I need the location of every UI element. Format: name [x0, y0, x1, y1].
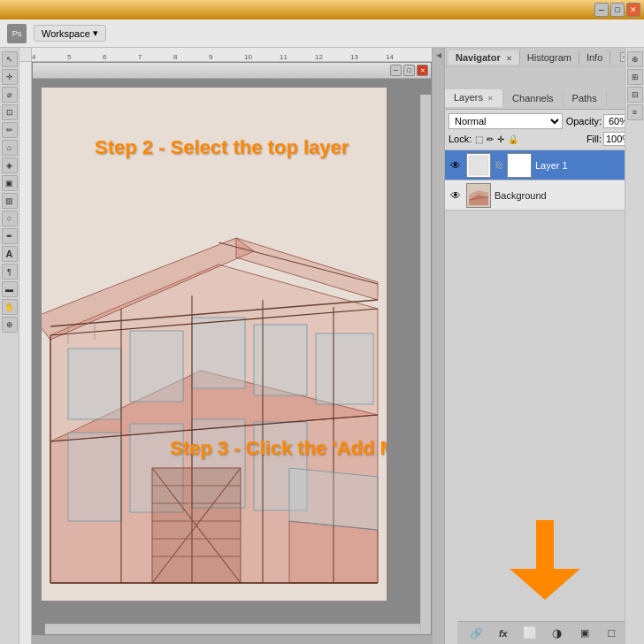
svg-rect-43 [469, 156, 488, 175]
ruler-mark: 9 [209, 53, 212, 61]
close-layers-tab[interactable]: ✕ [487, 95, 494, 103]
tab-paths[interactable]: Paths [564, 90, 607, 106]
tab-histogram[interactable]: Histogram [520, 50, 579, 65]
vertical-scrollbar[interactable] [420, 95, 431, 634]
doc-minimize-btn[interactable]: ─ [390, 65, 402, 76]
zoom-tool[interactable]: ⊕ [2, 317, 18, 333]
shape-tool[interactable]: ▬ [2, 281, 18, 297]
title-bar: ─ □ ✕ [0, 0, 644, 19]
gradient-tool[interactable]: ▨ [2, 193, 18, 209]
workspace-label: Workspace [42, 28, 90, 39]
eraser-tool[interactable]: ▣ [2, 175, 18, 191]
minimize-button[interactable]: ─ [594, 3, 609, 17]
right-tool-4[interactable]: ≡ [627, 104, 643, 120]
panel-collapse-strip[interactable]: ◀ [433, 48, 445, 644]
menu-bar: Ps Workspace ▾ [0, 19, 644, 48]
svg-rect-8 [254, 325, 307, 395]
new-fill-adjustment-btn[interactable]: ◑ [549, 625, 565, 641]
down-arrow-svg [510, 520, 580, 600]
fill-label: Fill: [586, 134, 602, 144]
maximize-button[interactable]: □ [610, 3, 625, 17]
svg-rect-6 [130, 331, 183, 402]
layers-tabs: Layers ✕ Channels Paths ≡ [445, 87, 644, 110]
layer-item-background[interactable]: 👁 Background 🔒 [445, 180, 644, 211]
ruler-corner [19, 48, 32, 62]
canvas-area: 4 5 6 7 8 9 10 11 12 13 14 ─ □ ✕ [19, 48, 432, 644]
layer1-thumb-preview [467, 154, 490, 177]
new-group-btn[interactable]: ▣ [577, 625, 593, 641]
blend-row: Normal Opacity: 60% ▶ [448, 113, 641, 129]
doc-maximize-btn[interactable]: □ [403, 65, 415, 76]
ruler-top: 4 5 6 7 8 9 10 11 12 13 14 [32, 48, 432, 62]
document-window: ─ □ ✕ [32, 62, 432, 635]
ruler-left [19, 62, 32, 644]
layer-controls: Normal Opacity: 60% ▶ Lock: ⬚ ✏ ✛ 🔒 Fill… [445, 110, 644, 150]
crop-tool[interactable]: ⊡ [2, 104, 18, 120]
ruler-mark: 5 [67, 53, 71, 61]
arrow-annotation-area [445, 520, 644, 600]
background-thumb-preview [467, 184, 490, 207]
lasso-tool[interactable]: ⌀ [2, 87, 18, 103]
step2-annotation: Step 2 - Select the top layer [95, 136, 349, 159]
channels-tab-label: Channels [512, 93, 553, 104]
ruler-mark: 6 [103, 53, 106, 61]
ruler-mark: 13 [350, 53, 358, 61]
add-mask-btn[interactable]: ⬜ [522, 625, 538, 641]
layer-item-layer1[interactable]: 👁 ⛓ Layer 1 [445, 150, 644, 180]
layer1-mask-thumbnail [507, 153, 532, 178]
svg-marker-49 [510, 569, 580, 600]
paragraph-tool[interactable]: ¶ [2, 264, 18, 280]
blend-mode-select[interactable]: Normal [448, 113, 563, 129]
right-panel: ◀ Navigator ✕ Histogram Info ─ ≡ Layers … [432, 48, 644, 644]
svg-rect-48 [536, 520, 554, 569]
ruler-top-inner: 4 5 6 7 8 9 10 11 12 13 14 [32, 48, 432, 61]
ruler-mark: 14 [386, 53, 394, 61]
layers-bottom-toolbar: 🔗 fx ⬜ ◑ ▣ □ 🗑 [457, 621, 644, 644]
add-layer-style-btn[interactable]: fx [495, 625, 511, 641]
left-toolbar: ↖ ✛ ⌀ ⊡ ✏ ⌂ ◈ ▣ ▨ ○ ✒ A ¶ ▬ ✋ ⊕ [0, 48, 19, 644]
right-tool-2[interactable]: ⊞ [627, 69, 643, 85]
background-visibility-btn[interactable]: 👁 [448, 188, 463, 203]
workspace-button[interactable]: Workspace ▾ [34, 25, 106, 42]
right-tool-1[interactable]: ⊕ [627, 51, 643, 67]
eyedropper-tool[interactable]: ✏ [2, 122, 18, 138]
lock-row: Lock: ⬚ ✏ ✛ 🔒 Fill: 100% ▶ [448, 132, 641, 146]
layers-panel: Layers ✕ Channels Paths ≡ Normal Opacity… [445, 87, 644, 644]
new-layer-btn[interactable]: □ [603, 625, 619, 641]
close-navigator-tab[interactable]: ✕ [506, 55, 512, 63]
svg-marker-33 [289, 468, 378, 530]
layer1-thumbnail [466, 153, 491, 178]
nav-tabs: Navigator ✕ Histogram Info [448, 50, 610, 65]
text-tool[interactable]: A [2, 246, 18, 262]
hand-tool[interactable]: ✋ [2, 299, 18, 315]
lock-transparent-icon[interactable]: ⬚ [475, 134, 483, 144]
clone-tool[interactable]: ◈ [2, 157, 18, 173]
svg-rect-7 [192, 318, 245, 388]
pen-tool[interactable]: ✒ [2, 228, 18, 244]
tab-layers[interactable]: Layers ✕ [445, 89, 503, 107]
layers-tab-label: Layers [454, 92, 483, 103]
right-tool-3[interactable]: ⊟ [627, 87, 643, 103]
lock-image-icon[interactable]: ✏ [487, 134, 494, 144]
ruler-mark: 4 [32, 53, 35, 61]
horizontal-scrollbar[interactable] [45, 624, 431, 634]
dodge-tool[interactable]: ○ [2, 211, 18, 226]
tab-navigator[interactable]: Navigator ✕ [448, 50, 520, 65]
ruler-mark: 11 [280, 53, 288, 61]
app-logo: Ps [7, 24, 27, 43]
workspace-dropdown-icon: ▾ [93, 27, 98, 39]
tab-channels[interactable]: Channels [503, 90, 563, 106]
selection-tool[interactable]: ↖ [2, 51, 18, 67]
move-tool[interactable]: ✛ [2, 69, 18, 85]
building-svg [42, 88, 387, 601]
layer1-visibility-btn[interactable]: 👁 [448, 158, 463, 172]
brush-tool[interactable]: ⌂ [2, 140, 18, 156]
close-button[interactable]: ✕ [626, 3, 640, 17]
lock-position-icon[interactable]: ✛ [497, 134, 504, 144]
doc-close-btn[interactable]: ✕ [417, 65, 428, 76]
nav-panel-top: Navigator ✕ Histogram Info ─ ≡ [445, 48, 644, 67]
tab-info[interactable]: Info [579, 50, 610, 65]
background-name: Background [494, 190, 627, 201]
link-layers-btn[interactable]: 🔗 [468, 625, 484, 641]
lock-all-icon[interactable]: 🔒 [508, 134, 518, 144]
